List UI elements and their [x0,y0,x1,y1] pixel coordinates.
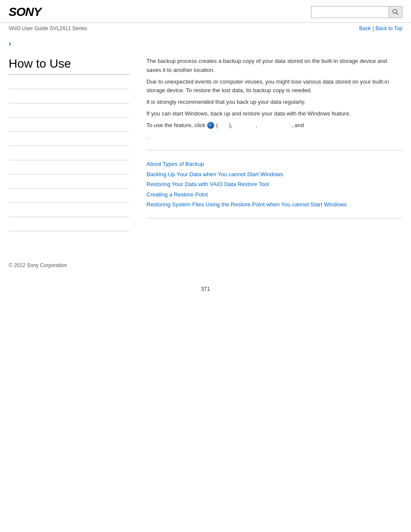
content-paragraph-5: To use the feature, click ( ), , , and [146,121,402,130]
sidebar-divider-10 [9,217,129,217]
nav-bar: VAIO User Guide SVL2411 Series Back | Ba… [0,23,411,34]
header: SONY [0,0,411,23]
svg-point-0 [393,9,397,13]
content-paragraph-4: If you can start Windows, back up and re… [146,109,402,118]
content-suffix: . [146,133,402,142]
link-creating-restore[interactable]: Creating a Restore Point [146,190,402,199]
back-link[interactable]: Back [359,25,371,31]
links-section: About Types of Backup Backing Up Your Da… [146,159,402,209]
sidebar-divider-2 [9,103,129,103]
sidebar-divider-4 [9,131,129,132]
page-number: 371 [0,277,411,301]
nav-links: Back | Back to Top [359,25,402,31]
back-to-top-link[interactable]: Back to Top [376,25,402,31]
content-area: The backup process creates a backup copy… [138,48,402,245]
sidebar-divider-1 [9,89,129,89]
svg-line-1 [396,13,398,15]
link-backing-up[interactable]: Backing Up Your Data when You cannot Sta… [146,169,402,179]
sony-logo: SONY [9,5,41,19]
copyright-text: © 2012 Sony Corporation [9,262,67,268]
nav-separator: | [372,25,374,31]
search-area [311,6,402,18]
search-button[interactable] [389,6,402,18]
sidebar-divider-6 [9,160,129,160]
link-about-types[interactable]: About Types of Backup [146,159,402,169]
content-paragraph-1: The backup process creates a backup copy… [146,57,402,75]
sidebar-title: How to Use [9,57,129,75]
content-paragraph-3: It is strongly recommended that you back… [146,98,402,107]
sidebar-divider-8 [9,188,129,189]
link-restoring-system[interactable]: Restoring System Files Using the Restore… [146,199,402,209]
breadcrumb-arrow: › [0,34,411,48]
windows-icon [207,122,214,129]
search-icon [392,9,399,16]
sidebar-divider-11 [9,231,129,231]
sidebar-divider-7 [9,174,129,174]
main-layout: How to Use The backup process creates a … [0,48,411,245]
content-divider-top [146,150,402,150]
content-divider-bottom [146,218,402,218]
content-paragraph-2: Due to unexpected events or computer vir… [146,78,402,96]
sidebar-divider-9 [9,202,129,203]
footer: © 2012 Sony Corporation [0,245,411,277]
sidebar: How to Use [9,48,138,245]
sidebar-divider-3 [9,117,129,118]
link-restoring-vaio[interactable]: Restoring Your Data with VAIO Data Resto… [146,179,402,189]
guide-title: VAIO User Guide SVL2411 Series [9,25,87,31]
search-input[interactable] [311,6,389,18]
sidebar-divider-5 [9,146,129,146]
